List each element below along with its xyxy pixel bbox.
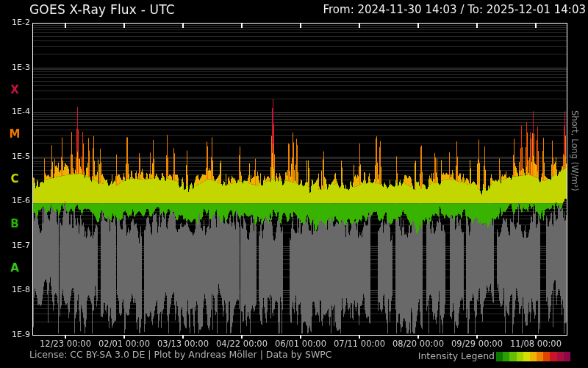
class-band-label-M: M: [6, 127, 24, 141]
y-tick-label: 1E-8: [0, 285, 30, 294]
x-tick-label: 11/08 00:00: [501, 339, 571, 349]
goes-xray-flux-plot: GOES X-Ray Flux - UTC From: 2024-11-30 1…: [0, 0, 588, 368]
time-range-label: From: 2024-11-30 14:03 / To: 2025-12-01 …: [323, 3, 586, 16]
class-band-label-B: B: [6, 217, 24, 230]
y-tick-label: 1E-9: [0, 330, 30, 339]
right-axis-label: Short, Long (W/m²): [570, 110, 580, 258]
class-band-label-A: A: [6, 261, 24, 275]
y-tick-label: 1E-2: [0, 18, 30, 27]
y-tick-label: 1E-6: [0, 196, 30, 205]
class-band-label-X: X: [6, 83, 24, 96]
page-title: GOES X-Ray Flux - UTC: [29, 2, 175, 17]
class-band-label-C: C: [6, 172, 24, 185]
intensity-legend-gradient: [496, 352, 570, 361]
y-tick-label: 1E-7: [0, 241, 30, 250]
license-text: License: CC BY-SA 3.0 DE | Plot by Andre…: [29, 349, 332, 360]
y-tick-label: 1E-4: [0, 107, 30, 116]
y-tick-label: 1E-5: [0, 152, 30, 161]
intensity-legend-label: Intensity Legend: [418, 350, 495, 361]
y-tick-label: 1E-3: [0, 63, 30, 72]
flux-chart-canvas: [0, 0, 588, 368]
